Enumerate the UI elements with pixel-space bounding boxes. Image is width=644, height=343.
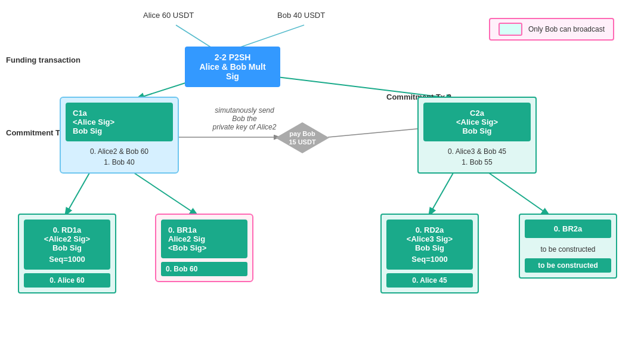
funding-line1: 2-2 P2SH	[193, 52, 272, 62]
c1a-output-1: 1. Bob 40	[66, 157, 173, 168]
c2a-outputs: 0. Alice3 & Bob 45 1. Bob 55	[423, 146, 531, 168]
br2a-line2: to be constructed	[525, 243, 611, 256]
rd1a-output: 0. Alice 60	[24, 273, 110, 288]
br1a-box: 0. BR1a Alice2 Sig <Bob Sig>	[161, 220, 247, 258]
rd1a-box: 0. RD1a <Alice2 Sig> Bob Sig Seq=1000	[24, 220, 110, 270]
rd2a-box: 0. RD2a <Alice3 Sig> Bob Sig Seq=1000	[386, 220, 473, 270]
c2a-output-1: 1. Bob 55	[423, 157, 531, 168]
svg-line-3	[239, 25, 304, 48]
legend: Only Bob can broadcast	[489, 18, 614, 41]
svg-line-6	[429, 173, 453, 215]
c1a-output-0: 0. Alice2 & Bob 60	[66, 146, 173, 157]
svg-line-5	[134, 173, 197, 215]
c2a-output-0: 0. Alice3 & Bob 45	[423, 146, 531, 157]
rd2a-wrapper: 0. RD2a <Alice3 Sig> Bob Sig Seq=1000 0.…	[380, 214, 479, 293]
c2a-line1: C2a	[431, 109, 524, 118]
diamond-container: pay Bob 15 USDT	[275, 122, 329, 153]
c1a-line1: C1a	[73, 109, 166, 118]
c1a-line3: Bob Sig	[73, 126, 166, 135]
diagram: Only Bob can broadcast Alice 60 USDT Bob…	[0, 0, 644, 343]
c2a-box: C2a <Alice Sig> Bob Sig	[423, 103, 531, 141]
funding-line2: Alice & Bob Mult Sig	[193, 62, 272, 81]
c2a-line3: Bob Sig	[431, 126, 524, 135]
bob-label: Bob 40 USDT	[277, 11, 325, 20]
svg-line-2	[176, 25, 212, 48]
simultaneous-text: simutanously send Bob the private key of…	[209, 106, 280, 131]
c1a-line2: <Alice Sig>	[73, 118, 166, 126]
br2a-title: 0. BR2a	[525, 220, 611, 238]
legend-label: Only Bob can broadcast	[528, 25, 605, 33]
c1a-box: C1a <Alice Sig> Bob Sig	[66, 103, 173, 141]
br2a-wrapper: 0. BR2a to be constructed to be construc…	[519, 214, 617, 279]
br1a-wrapper: 0. BR1a Alice2 Sig <Bob Sig> 0. Bob 60	[155, 214, 253, 282]
svg-line-8	[328, 128, 423, 137]
legend-color-box	[499, 23, 522, 36]
svg-line-4	[66, 173, 89, 215]
svg-line-7	[489, 173, 549, 215]
alice-label: Alice 60 USDT	[143, 11, 194, 20]
br1a-output: 0. Bob 60	[161, 262, 247, 276]
rd1a-wrapper: 0. RD1a <Alice2 Sig> Bob Sig Seq=1000 0.…	[18, 214, 116, 293]
funding-tx-label: Funding transaction	[6, 55, 80, 64]
c1a-wrapper: C1a <Alice Sig> Bob Sig 0. Alice2 & Bob …	[60, 97, 179, 174]
c2a-wrapper: C2a <Alice Sig> Bob Sig 0. Alice3 & Bob …	[417, 97, 537, 174]
funding-box: 2-2 P2SH Alice & Bob Mult Sig	[185, 47, 280, 87]
c1a-outputs: 0. Alice2 & Bob 60 1. Bob 40	[66, 146, 173, 168]
diamond: pay Bob 15 USDT	[275, 122, 329, 153]
br2a-output: to be constructed	[525, 258, 611, 273]
rd2a-output: 0. Alice 45	[386, 273, 473, 288]
c2a-line2: <Alice Sig>	[431, 118, 524, 126]
